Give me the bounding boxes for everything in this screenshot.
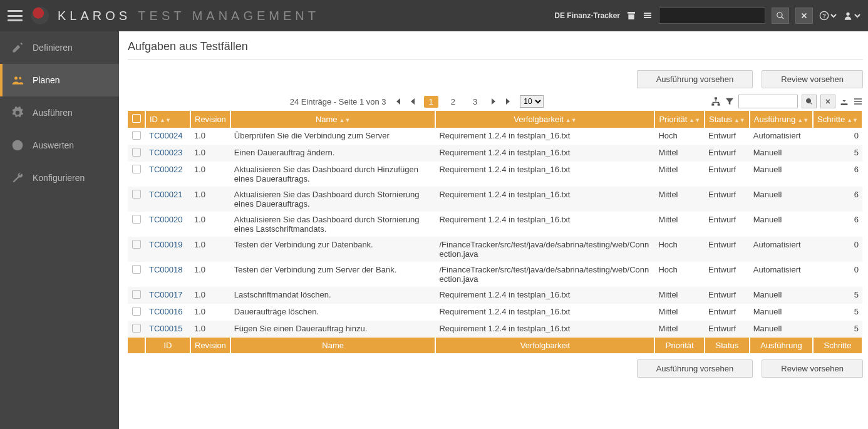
testcase-id-link[interactable]: TC00018 xyxy=(149,265,182,274)
cell-status: Entwurf xyxy=(705,145,750,162)
testcase-id-link[interactable]: TC00021 xyxy=(149,190,182,199)
sidebar-item-plan[interactable]: Planen xyxy=(0,64,119,96)
cell-name: Lastschriftmandat löschen. xyxy=(230,287,436,304)
menu-toggle-icon[interactable] xyxy=(8,10,23,21)
testcase-id-link[interactable]: TC00020 xyxy=(149,215,182,224)
sidebar-item-execute[interactable]: Ausführen xyxy=(0,96,119,129)
row-checkbox[interactable] xyxy=(132,290,141,299)
cell-execution: Manuell xyxy=(750,287,813,304)
cell-revision: 1.0 xyxy=(190,212,230,237)
testcase-id-link[interactable]: TC00016 xyxy=(149,307,182,316)
testcase-id-link[interactable]: TC00022 xyxy=(149,165,182,174)
col-execution[interactable]: Ausführung▲▼ xyxy=(750,111,813,128)
download-icon[interactable] xyxy=(839,96,849,106)
app-logo-icon xyxy=(31,7,49,24)
col-priority[interactable]: Priorität▲▼ xyxy=(654,111,705,128)
col-name[interactable]: Name▲▼ xyxy=(230,111,436,128)
help-menu[interactable]: ? xyxy=(819,11,837,21)
row-checkbox[interactable] xyxy=(132,307,141,316)
cell-priority: Hoch xyxy=(654,237,705,262)
col-trace[interactable]: Verfolgbarkeit▲▼ xyxy=(435,111,654,128)
row-checkbox[interactable] xyxy=(132,131,141,140)
cell-name: Aktualisieren Sie das Dashboard durch Hi… xyxy=(230,162,436,187)
user-menu[interactable] xyxy=(843,11,860,21)
cell-execution: Manuell xyxy=(750,162,813,187)
global-search-input[interactable] xyxy=(659,8,765,24)
list-icon[interactable] xyxy=(643,11,653,21)
cell-steps: 6 xyxy=(813,212,862,237)
col-status-footer: Status xyxy=(705,338,750,353)
col-steps[interactable]: Schritte▲▼ xyxy=(813,111,862,128)
main-content: Aufgaben aus Testfällen Ausführung vorse… xyxy=(119,31,868,429)
cell-trace: Requirement 1.2.4 in testplan_16.txt xyxy=(435,321,654,338)
row-checkbox[interactable] xyxy=(132,240,141,249)
svg-rect-6 xyxy=(711,103,714,105)
table-clear-button[interactable] xyxy=(820,95,835,108)
user-icon xyxy=(843,11,853,21)
table-search-button[interactable] xyxy=(802,95,817,108)
filter-icon[interactable] xyxy=(725,96,735,106)
clear-search-button[interactable] xyxy=(795,8,813,24)
testcase-id-link[interactable]: TC00019 xyxy=(149,240,182,249)
plan-review-button-bottom[interactable]: Review vorsehen xyxy=(762,359,863,378)
pager-prev-icon[interactable] xyxy=(409,98,416,105)
sidebar-item-label: Planen xyxy=(33,75,60,85)
col-id[interactable]: ID▲▼ xyxy=(145,111,190,128)
cell-priority: Hoch xyxy=(654,262,705,287)
pager-page-3[interactable]: 3 xyxy=(468,96,482,108)
more-menu-icon[interactable] xyxy=(853,96,863,106)
cell-trace: Requirement 1.2.4 in testplan_16.txt xyxy=(435,304,654,321)
cell-status: Entwurf xyxy=(705,162,750,187)
plan-execution-button-bottom[interactable]: Ausführung vorsehen xyxy=(637,359,753,378)
testcase-id-link[interactable]: TC00023 xyxy=(149,148,182,157)
plan-review-button[interactable]: Review vorsehen xyxy=(762,70,863,88)
select-all-checkbox[interactable] xyxy=(132,114,141,123)
pager-first-icon[interactable] xyxy=(394,98,401,105)
pager-next-icon[interactable] xyxy=(490,98,497,105)
cell-trace: /FinanceTracker/src/test/java/de/sabrina… xyxy=(435,262,654,287)
cell-priority: Hoch xyxy=(654,128,705,145)
sidebar-item-configure[interactable]: Konfigurieren xyxy=(0,162,119,194)
pager-page-1[interactable]: 1 xyxy=(424,96,438,108)
sidebar-item-define[interactable]: Definieren xyxy=(0,31,119,64)
row-checkbox[interactable] xyxy=(132,190,141,199)
pager-last-icon[interactable] xyxy=(505,98,512,105)
svg-point-3 xyxy=(14,76,18,80)
page-size-select[interactable]: 10 xyxy=(520,95,544,108)
sidebar-item-label: Ausführen xyxy=(33,108,73,118)
table-row: TC000191.0Testen der Verbindung zur Date… xyxy=(128,237,862,262)
hierarchy-icon[interactable] xyxy=(711,96,721,106)
row-checkbox[interactable] xyxy=(132,148,141,157)
col-status[interactable]: Status▲▼ xyxy=(705,111,750,128)
table-row: TC000241.0Überprüfen Sie die Verbindung … xyxy=(128,128,862,145)
wrench-icon xyxy=(11,172,24,184)
sidebar-item-evaluate[interactable]: Auswerten xyxy=(0,129,119,162)
cell-name: Daueraufträge löschen. xyxy=(230,304,436,321)
cell-status: Entwurf xyxy=(705,237,750,262)
cell-priority: Mittel xyxy=(654,145,705,162)
plan-execution-button[interactable]: Ausführung vorsehen xyxy=(637,70,753,88)
row-checkbox[interactable] xyxy=(132,165,141,173)
cell-revision: 1.0 xyxy=(190,145,230,162)
pager-page-2[interactable]: 2 xyxy=(446,96,460,108)
testcase-id-link[interactable]: TC00017 xyxy=(149,290,182,299)
cell-steps: 6 xyxy=(813,162,862,187)
testcase-id-link[interactable]: TC00024 xyxy=(149,131,182,140)
search-button[interactable] xyxy=(772,8,789,24)
archive-icon[interactable] xyxy=(626,11,636,21)
cell-execution: Manuell xyxy=(750,321,813,338)
cell-status: Entwurf xyxy=(705,304,750,321)
cell-revision: 1.0 xyxy=(190,237,230,262)
row-checkbox[interactable] xyxy=(132,324,141,333)
table-filter-input[interactable] xyxy=(738,95,798,108)
testcase-id-link[interactable]: TC00015 xyxy=(149,324,182,333)
row-checkbox[interactable] xyxy=(132,265,141,274)
table-row: TC000161.0Daueraufträge löschen.Requirem… xyxy=(128,304,862,321)
row-checkbox[interactable] xyxy=(132,215,141,224)
cell-name: Aktualisieren Sie das Dashboard durch St… xyxy=(230,187,436,212)
sidebar-item-label: Auswerten xyxy=(33,140,74,150)
col-trace-footer: Verfolgbarkeit xyxy=(435,338,654,353)
cell-revision: 1.0 xyxy=(190,187,230,212)
cell-name: Überprüfen Sie die Verbindung zum Server xyxy=(230,128,436,145)
project-label: DE Finanz-Tracker xyxy=(554,11,620,20)
